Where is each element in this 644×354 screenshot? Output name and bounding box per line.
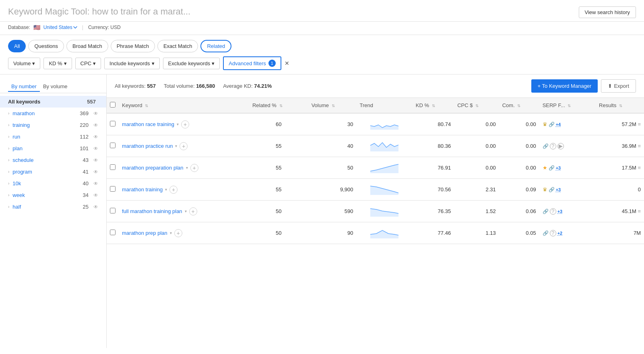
- row-checkbox[interactable]: [110, 143, 116, 148]
- svg-marker-2: [370, 164, 398, 173]
- th-keyword[interactable]: Keyword ⇅: [119, 98, 249, 113]
- sidebar-item-all-keywords[interactable]: All keywords 557: [0, 96, 106, 108]
- sidebar-item-half[interactable]: › half 25 👁: [0, 201, 106, 213]
- sort-by-number[interactable]: By number: [8, 82, 40, 92]
- cpc-filter[interactable]: CPC ▾: [75, 58, 101, 69]
- tab-questions[interactable]: Questions: [28, 40, 64, 52]
- cpc-cell: 1.13: [454, 222, 499, 244]
- advanced-filters-close[interactable]: ✕: [285, 60, 289, 66]
- row-checkbox[interactable]: [110, 164, 116, 170]
- doc-icon[interactable]: ≡: [638, 208, 641, 214]
- sidebar-item-plan[interactable]: › plan 101 👁: [0, 143, 106, 154]
- keyword-cell[interactable]: marathon preparation plan▾+: [119, 157, 249, 179]
- keyword-name[interactable]: marathon prep plan: [122, 230, 167, 236]
- dropdown-arrow-icon[interactable]: ▾: [177, 122, 179, 126]
- chevron-right-icon: ›: [8, 205, 9, 209]
- sidebar-item-week[interactable]: › week 34 👁: [0, 189, 106, 201]
- svg-marker-3: [370, 186, 398, 195]
- related-pct-cell: 55: [249, 157, 308, 179]
- eye-icon[interactable]: 👁: [93, 157, 98, 163]
- doc-icon[interactable]: ≡: [638, 143, 641, 149]
- add-keyword-button[interactable]: +: [189, 207, 197, 215]
- add-keyword-button[interactable]: +: [169, 186, 178, 194]
- total-volume-stat: Total volume: 166,580: [164, 83, 215, 89]
- sidebar-item-program[interactable]: › program 41 👁: [0, 166, 106, 178]
- eye-icon[interactable]: 👁: [93, 193, 98, 198]
- export-icon: ⬆: [608, 83, 612, 89]
- view-history-button[interactable]: View search history: [579, 6, 636, 18]
- tab-all[interactable]: All: [8, 40, 26, 52]
- chevron-down-icon: [73, 25, 77, 29]
- dropdown-arrow-icon[interactable]: ▾: [165, 187, 167, 192]
- dropdown-arrow-icon[interactable]: ▾: [185, 209, 187, 213]
- eye-icon[interactable]: 👁: [93, 134, 98, 140]
- th-serp[interactable]: SERP F... ⇅: [539, 98, 596, 113]
- chevron-down-icon: ▾: [152, 60, 155, 66]
- add-keyword-button[interactable]: +: [190, 164, 198, 172]
- currency-label: Currency: USD: [88, 25, 121, 30]
- eye-icon[interactable]: 👁: [93, 204, 98, 210]
- th-results[interactable]: Results ⇅: [596, 98, 644, 113]
- advanced-filters-button[interactable]: Advanced filters 1: [223, 56, 281, 70]
- sidebar-item-run[interactable]: › run 112 👁: [0, 131, 106, 143]
- eye-icon[interactable]: 👁: [93, 169, 98, 175]
- tab-exact-match[interactable]: Exact Match: [157, 40, 198, 52]
- chevron-down-icon: ▾: [32, 60, 35, 66]
- keywords-table: Keyword ⇅ Related % ⇅ Volume ⇅ Trend: [107, 98, 644, 244]
- keyword-cell[interactable]: marathon prep plan▾+: [119, 222, 249, 244]
- sidebar-item-10k[interactable]: › 10k 40 👁: [0, 178, 106, 189]
- include-keywords-filter[interactable]: Include keywords ▾: [104, 58, 159, 69]
- add-keyword-button[interactable]: +: [174, 229, 182, 237]
- select-all-checkbox[interactable]: [110, 102, 116, 108]
- eye-icon[interactable]: 👁: [93, 146, 98, 151]
- sort-row: By number By volume: [0, 79, 106, 93]
- add-keyword-button[interactable]: +: [181, 120, 189, 128]
- th-volume[interactable]: Volume ⇅: [308, 98, 357, 113]
- keyword-name[interactable]: marathon preparation plan: [122, 165, 184, 171]
- sidebar-item-training[interactable]: › training 220 👁: [0, 119, 106, 131]
- doc-icon[interactable]: ≡: [638, 165, 641, 171]
- dropdown-arrow-icon[interactable]: ▾: [175, 144, 177, 148]
- row-checkbox[interactable]: [110, 208, 116, 213]
- doc-icon[interactable]: ≡: [638, 121, 641, 127]
- tab-broad-match[interactable]: Broad Match: [66, 40, 108, 52]
- th-cpc[interactable]: CPC $ ⇅: [454, 98, 499, 113]
- tab-phrase-match[interactable]: Phrase Match: [111, 40, 155, 52]
- dropdown-arrow-icon[interactable]: ▾: [170, 231, 172, 235]
- keyword-cell[interactable]: marathon race training▾+: [119, 113, 249, 135]
- main-table-area: All keywords: 557 Total volume: 166,580 …: [107, 75, 644, 348]
- eye-icon[interactable]: 👁: [93, 181, 98, 186]
- keyword-manager-button[interactable]: + To Keyword Manager: [531, 79, 598, 93]
- tab-related[interactable]: Related: [200, 40, 231, 52]
- sidebar-item-marathon[interactable]: › marathon 369 👁: [0, 108, 106, 119]
- keyword-name[interactable]: marathon practice run: [122, 143, 173, 149]
- keyword-cell[interactable]: full marathon training plan▾+: [119, 201, 249, 222]
- th-related-pct[interactable]: Related % ⇅: [249, 98, 308, 113]
- row-checkbox[interactable]: [110, 186, 116, 192]
- sort-by-volume[interactable]: By volume: [40, 82, 71, 92]
- th-com[interactable]: Com. ⇅: [499, 98, 539, 113]
- exclude-keywords-filter[interactable]: Exclude keywords ▾: [163, 58, 220, 69]
- export-button[interactable]: ⬆ Export: [601, 79, 636, 93]
- page-header: Keyword Magic Tool: how to train for a m…: [0, 0, 644, 22]
- keyword-cell[interactable]: marathon training▾+: [119, 179, 249, 201]
- keyword-name[interactable]: marathon training: [122, 186, 163, 193]
- dropdown-arrow-icon[interactable]: ▾: [186, 166, 188, 170]
- volume-cell: 40: [308, 135, 357, 157]
- add-keyword-button[interactable]: +: [180, 142, 188, 150]
- eye-icon[interactable]: 👁: [93, 122, 98, 128]
- keyword-cell[interactable]: marathon practice run▾+: [119, 135, 249, 157]
- row-checkbox[interactable]: [110, 121, 116, 126]
- keyword-name[interactable]: full marathon training plan: [122, 208, 182, 214]
- country-selector[interactable]: United States: [43, 25, 77, 30]
- sidebar-item-schedule[interactable]: › schedule 43 👁: [0, 154, 106, 166]
- kd-filter[interactable]: KD % ▾: [43, 58, 72, 69]
- sort-icon: ⇅: [279, 104, 283, 108]
- th-kd[interactable]: KD % ⇅: [413, 98, 454, 113]
- sort-icon: ⇅: [619, 104, 622, 108]
- serp-cell: ♛🔗+4: [539, 113, 596, 135]
- row-checkbox[interactable]: [110, 230, 116, 235]
- keyword-name[interactable]: marathon race training: [122, 121, 174, 127]
- eye-icon[interactable]: 👁: [93, 111, 98, 116]
- volume-filter[interactable]: Volume ▾: [8, 58, 40, 69]
